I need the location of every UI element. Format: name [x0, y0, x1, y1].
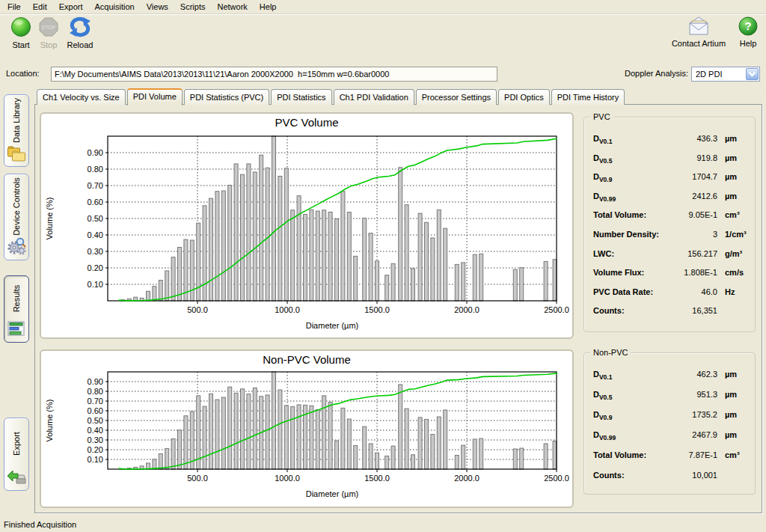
- contact-artium-button[interactable]: Contact Artium: [664, 16, 733, 48]
- menu-item-network[interactable]: Network: [211, 1, 253, 13]
- svg-text:1000.0: 1000.0: [275, 305, 300, 314]
- reload-icon: [63, 16, 97, 38]
- tab-ch1-velocity-vs-size[interactable]: Ch1 Velocity vs. Size: [37, 89, 126, 105]
- menu-item-acquisition[interactable]: Acquisition: [89, 1, 141, 13]
- svg-text:0.80: 0.80: [88, 165, 103, 174]
- stat-value: 9.05E-1: [664, 210, 717, 219]
- toolbar: Start STOP Stop Reload: [0, 16, 766, 64]
- svg-text:1000.0: 1000.0: [275, 474, 300, 483]
- stat-row: Number Density:31/cm³: [593, 230, 749, 249]
- reload-button[interactable]: Reload: [63, 16, 97, 49]
- stat-label: DV0.5: [593, 390, 612, 401]
- stat-value: 2412.6: [664, 192, 717, 201]
- tab-processor-settings[interactable]: Processor Settings: [416, 89, 497, 105]
- sidebar-item-data-library[interactable]: Data Library: [4, 94, 29, 167]
- sidebar-label-data-library: Data Library: [12, 98, 21, 143]
- tab-pdi-volume[interactable]: PDI Volume: [127, 88, 183, 106]
- tab-pdi-optics[interactable]: PDI Optics: [498, 89, 550, 105]
- doppler-analysis-value: 2D PDI: [696, 70, 722, 79]
- stat-value: 3: [664, 230, 717, 239]
- start-icon: [4, 16, 37, 38]
- svg-text:0.50: 0.50: [88, 214, 103, 223]
- sidebar-item-export[interactable]: Export: [4, 418, 29, 491]
- svg-text:500.0: 500.0: [187, 474, 208, 483]
- stat-unit: µm: [717, 370, 749, 379]
- svg-text:0.50: 0.50: [88, 416, 103, 425]
- location-input[interactable]: [51, 67, 497, 82]
- tab-strip: Ch1 Velocity vs. SizePDI VolumePDI Stati…: [37, 89, 762, 105]
- tab-ch1-pdi-validation[interactable]: Ch1 PDI Validation: [334, 89, 414, 105]
- menu-item-scripts[interactable]: Scripts: [174, 1, 212, 13]
- stat-unit: µm: [717, 153, 749, 162]
- stat-row: Total Volume:9.05E-1cm³: [593, 210, 749, 230]
- stat-label: DV0.99: [593, 430, 616, 441]
- stat-unit: Hz: [717, 287, 749, 296]
- stat-row: DV0.5951.3µm: [593, 390, 749, 410]
- sidebar-label-export: Export: [12, 432, 21, 456]
- pvc-stats-rows: DV0.1436.3µmDV0.5919.8µmDV0.91704.7µmDV0…: [593, 134, 749, 328]
- pvc-stats-groupbox: PVC DV0.1436.3µmDV0.5919.8µmDV0.91704.7µ…: [583, 117, 756, 332]
- help-button[interactable]: ? Help: [735, 16, 762, 48]
- svg-text:STOP: STOP: [42, 25, 56, 30]
- location-row: Location: Doppler Analysis: 2D PDI: [0, 65, 766, 85]
- bar-chart-icon: [7, 319, 26, 340]
- svg-text:2500.0: 2500.0: [544, 474, 569, 483]
- nonpvc-stats-groupbox: Non-PVC DV0.1462.3µmDV0.5951.3µmDV0.9173…: [583, 352, 756, 495]
- menu-item-help[interactable]: Help: [254, 1, 283, 13]
- svg-text:0.70: 0.70: [88, 181, 103, 190]
- stat-value: 7.87E-1: [664, 450, 717, 459]
- pvc-chart-title: PVC Volume: [41, 114, 572, 129]
- stat-row: Volume Flux:1.808E-1cm/s: [593, 268, 749, 287]
- menu-item-file[interactable]: File: [1, 1, 27, 13]
- gears-icon: [7, 236, 26, 257]
- svg-text:0.90: 0.90: [88, 148, 103, 157]
- svg-text:0.80: 0.80: [88, 387, 103, 396]
- tab-pdi-time-history[interactable]: PDI Time History: [551, 89, 625, 105]
- stat-value: 46.0: [664, 287, 717, 296]
- stat-value: 1735.2: [664, 410, 717, 419]
- mail-icon: [664, 16, 733, 37]
- stat-value: 10,001: [664, 471, 717, 480]
- sidebar-item-results[interactable]: Results: [4, 275, 29, 343]
- svg-text:0.20: 0.20: [88, 263, 103, 272]
- menu-item-export[interactable]: Export: [53, 1, 89, 13]
- stat-unit: µm: [717, 172, 749, 181]
- stat-row: PVC Data Rate:46.0Hz: [593, 287, 749, 307]
- svg-text:0.40: 0.40: [88, 426, 103, 435]
- stat-label: DV0.99: [593, 192, 616, 203]
- start-label: Start: [4, 40, 37, 49]
- svg-text:Diameter (µm): Diameter (µm): [306, 489, 359, 498]
- start-button[interactable]: Start: [4, 16, 37, 49]
- doppler-analysis-select[interactable]: 2D PDI: [691, 67, 760, 82]
- folders-icon: [7, 143, 26, 164]
- tab-pdi-statistics[interactable]: PDI Statistics: [271, 89, 331, 105]
- svg-text:0.60: 0.60: [88, 406, 103, 415]
- main-content: Ch1 Velocity vs. SizePDI VolumePDI Stati…: [34, 88, 762, 513]
- sidebar-item-device-controls[interactable]: Device Controls: [4, 174, 29, 260]
- stat-unit: µm: [717, 192, 749, 201]
- menu-item-views[interactable]: Views: [141, 1, 174, 13]
- menubar: FileEditExportAcquisitionViewsScriptsNet…: [0, 0, 766, 14]
- menu-item-edit[interactable]: Edit: [27, 1, 53, 13]
- stat-value: 1.808E-1: [664, 268, 717, 277]
- location-label: Location:: [6, 69, 40, 78]
- stat-value: 436.3: [664, 134, 717, 143]
- tab-pdi-statistics-pvc[interactable]: PDI Statistics (PVC): [184, 89, 269, 105]
- stat-unit: cm³: [717, 450, 749, 459]
- stat-value: 2467.9: [664, 430, 717, 439]
- stat-label: Counts:: [593, 306, 625, 315]
- svg-text:2000.0: 2000.0: [454, 305, 479, 314]
- stat-row: Counts:10,001: [593, 471, 749, 491]
- stat-unit: g/m³: [717, 249, 749, 258]
- stat-unit: µm: [717, 430, 749, 439]
- export-icon: [7, 467, 26, 488]
- stop-button[interactable]: STOP Stop: [34, 16, 63, 49]
- stat-value: 951.3: [664, 390, 717, 399]
- stat-label: DV0.9: [593, 172, 612, 183]
- stat-label: DV0.5: [593, 153, 612, 165]
- stat-row: DV0.992412.6µm: [593, 192, 749, 211]
- help-label: Help: [735, 39, 762, 48]
- chevron-down-icon[interactable]: [746, 68, 759, 80]
- pvc-stats-legend: PVC: [590, 112, 613, 121]
- stat-unit: µm: [717, 390, 749, 399]
